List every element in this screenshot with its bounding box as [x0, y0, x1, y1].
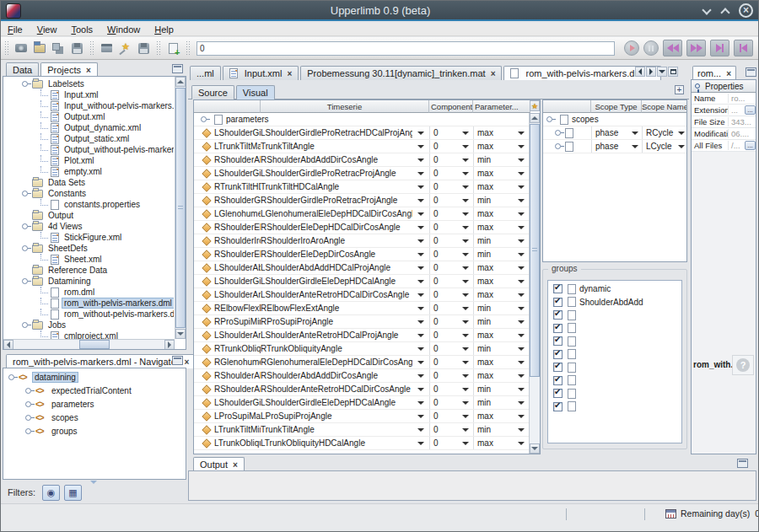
- timeserie-cell[interactable]: LProSupiProjAngle: [261, 410, 429, 422]
- menu-tools[interactable]: Tools: [71, 24, 100, 35]
- close-tab-icon[interactable]: ×: [726, 69, 731, 78]
- group-row[interactable]: [548, 309, 681, 322]
- dropdown-icon[interactable]: [518, 145, 525, 148]
- dropdown-icon[interactable]: [462, 253, 469, 256]
- close-tab-icon[interactable]: ×: [491, 69, 496, 78]
- params-vscrollbar[interactable]: [529, 113, 540, 454]
- tree-expander-icon[interactable]: [25, 401, 31, 407]
- toolbar-drag-handle[interactable]: [156, 40, 162, 56]
- dropdown-icon[interactable]: [462, 280, 469, 283]
- timeserie-cell[interactable]: TrunkTiltAngle: [261, 140, 429, 153]
- save-all-button[interactable]: [135, 40, 152, 56]
- column-header-name[interactable]: [194, 100, 261, 113]
- menu-file[interactable]: File: [8, 24, 30, 35]
- component-cell[interactable]: 0: [430, 342, 473, 355]
- checkbox-checked-icon[interactable]: [553, 284, 563, 293]
- dropdown-icon[interactable]: [462, 185, 469, 189]
- dropdown-icon[interactable]: [417, 401, 424, 405]
- tree-expander-icon[interactable]: [555, 130, 561, 136]
- dropdown-icon[interactable]: [518, 266, 525, 270]
- component-cell[interactable]: 0: [430, 194, 473, 207]
- minimize-panel-icon[interactable]: [737, 459, 748, 468]
- scopes-header-name[interactable]: Scope Name: [642, 100, 687, 113]
- timeserie-cell[interactable]: LGlenohumeralEleDepHDCalDirCosAngle: [261, 207, 429, 220]
- parameter-cell[interactable]: min: [474, 194, 530, 207]
- scope-name-cell[interactable]: LCycle: [643, 140, 687, 153]
- dropdown-icon[interactable]: [678, 132, 685, 135]
- dropdown-icon[interactable]: [518, 159, 525, 162]
- tree-item[interactable]: rom_without-pelvis-markers.dml: [5, 309, 174, 320]
- dropdown-icon[interactable]: [417, 145, 424, 148]
- checkbox-checked-icon[interactable]: [553, 389, 563, 398]
- column-header-parameter[interactable]: Parameter...: [473, 100, 530, 113]
- timeserie-cell[interactable]: RShoulderGirdleProRetracProjAngle: [261, 194, 429, 207]
- timeserie-cell[interactable]: LTrunkObliquityHDCalAngle: [261, 437, 429, 449]
- navigator-item[interactable]: groups: [7, 424, 184, 438]
- dropdown-icon[interactable]: [632, 132, 638, 135]
- parameter-row[interactable]: LShoulderAbdLShoulderAbdAddHDCalProjAngl…: [194, 261, 530, 275]
- dropdown-icon[interactable]: [518, 428, 525, 432]
- dropdown-icon[interactable]: [462, 361, 469, 364]
- rewind-button[interactable]: [663, 40, 682, 56]
- dropdown-icon[interactable]: [462, 199, 469, 202]
- dropdown-icon[interactable]: [417, 361, 424, 364]
- dropdown-icon[interactable]: [417, 226, 424, 229]
- component-cell[interactable]: 0: [430, 126, 473, 139]
- parameter-cell[interactable]: min: [474, 383, 530, 395]
- parameter-row[interactable]: RTrunkObliquiRTrunkObliquityAngle0min: [194, 342, 530, 356]
- tree-item[interactable]: Output_without-pelvis-markers.xml: [5, 144, 174, 155]
- dropdown-icon[interactable]: [417, 253, 424, 256]
- group-row[interactable]: [548, 387, 681, 400]
- component-cell[interactable]: 0: [430, 261, 473, 274]
- scopes-header-type[interactable]: Scope Type: [591, 100, 642, 113]
- component-cell[interactable]: 0: [430, 140, 473, 153]
- timeserie-cell[interactable]: RShoulderAbdAddDirCosAngle: [261, 369, 429, 382]
- parameter-row[interactable]: RProSupiMinRProSupiProjAngle0min: [194, 315, 530, 329]
- scopes-root-row[interactable]: scopes: [543, 113, 687, 126]
- checkbox-checked-icon[interactable]: [553, 363, 563, 372]
- dropdown-icon[interactable]: [518, 199, 525, 202]
- parameter-row[interactable]: LTrunkObliquiLTrunkObliquityHDCalAngle0m…: [194, 437, 530, 450]
- parameter-row[interactable]: RShoulderIroARShoulderIroAroAngle0min: [194, 234, 530, 248]
- parameter-cell[interactable]: min: [474, 248, 530, 261]
- parameter-cell[interactable]: max: [474, 275, 530, 287]
- frame-input[interactable]: [196, 41, 615, 56]
- dropdown-icon[interactable]: [417, 185, 424, 189]
- dropdown-icon[interactable]: [462, 347, 469, 351]
- dropdown-icon[interactable]: [417, 347, 424, 351]
- dropdown-icon[interactable]: [417, 442, 424, 445]
- dropdown-icon[interactable]: [678, 145, 685, 148]
- toolbar-drag-handle[interactable]: [4, 40, 10, 56]
- property-row[interactable]: Namero...: [692, 93, 756, 105]
- dropdown-icon[interactable]: [462, 334, 469, 337]
- scopes-header-tree[interactable]: [543, 100, 591, 113]
- scope-type-cell[interactable]: phase: [592, 126, 642, 139]
- toolbar-drag-handle[interactable]: [89, 40, 95, 56]
- dropdown-icon[interactable]: [518, 415, 525, 418]
- component-cell[interactable]: 0: [430, 369, 473, 382]
- component-cell[interactable]: 0: [430, 221, 473, 234]
- parameter-row[interactable]: LShoulderGircLShoulderGirdleEleDepHDCalA…: [194, 275, 530, 288]
- toolbar-drag-handle[interactable]: [186, 40, 191, 56]
- tree-item[interactable]: Datamining: [5, 276, 174, 287]
- scope-name-cell[interactable]: RCycle: [643, 126, 687, 139]
- customize-columns-button[interactable]: ★: [530, 100, 540, 111]
- params-root-row[interactable]: parameters: [194, 113, 530, 126]
- component-cell[interactable]: 0: [430, 248, 473, 261]
- timeserie-cell[interactable]: RGlenohumeralEleDepHDCalDirCosAngle: [261, 356, 429, 368]
- minimize-panel-icon[interactable]: [172, 356, 183, 365]
- tree-item[interactable]: Reference Data: [5, 265, 174, 276]
- tab-projects[interactable]: Projects×: [40, 62, 98, 77]
- group-row[interactable]: [548, 348, 681, 362]
- tree-item[interactable]: Data Sets: [5, 177, 174, 188]
- parameter-cell[interactable]: min: [474, 234, 530, 247]
- tree-item[interactable]: SheetDefs: [5, 243, 174, 254]
- dropdown-icon[interactable]: [518, 320, 525, 324]
- tree-item[interactable]: Input_without-pelvis-markers.xml: [5, 100, 174, 111]
- tree-item[interactable]: StickFigure.xml: [5, 232, 174, 243]
- navigator-item[interactable]: datamining: [7, 370, 184, 384]
- tree-expander-icon[interactable]: [22, 245, 28, 251]
- tree-item[interactable]: Output.xml: [5, 111, 174, 122]
- tree-item[interactable]: Output_static.xml: [5, 133, 174, 144]
- tree-item[interactable]: Output_dynamic.xml: [5, 122, 174, 133]
